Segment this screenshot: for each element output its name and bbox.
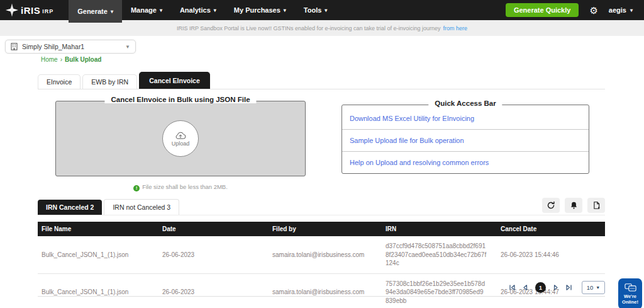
last-page-icon	[565, 284, 572, 291]
menu-item-analytics[interactable]: Analytics ▾	[171, 0, 225, 20]
cell-date: 26-06-2023	[158, 236, 269, 273]
main-menu: Generate ▾ Manage ▾ Analytics ▾ My Purch…	[69, 0, 336, 23]
from-here-link[interactable]: from here	[443, 25, 468, 31]
tab-ewb-by-irn[interactable]: EWB by IRN	[82, 74, 137, 89]
menu-label: Tools	[304, 6, 322, 14]
cell-irn: d37ccf9d478c508751aa8cbbd2f6918f23407cae…	[382, 236, 497, 273]
tab-irn-not-canceled[interactable]: IRN not Canceled 3	[104, 199, 179, 215]
bulk-upload-page: iRIS IRP Generate ▾ Manage ▾ Analytics ▾…	[0, 0, 644, 308]
building-icon	[11, 43, 18, 50]
caret-down-icon: ▼	[596, 285, 600, 290]
caret-down-icon: ▾	[325, 8, 327, 13]
menu-label: My Purchases	[234, 6, 280, 14]
breadcrumb-current: Bulk Upload	[65, 56, 101, 63]
caret-down-icon: ▾	[214, 8, 216, 13]
tab-einvoice[interactable]: EInvoice	[38, 74, 80, 89]
canceled-irn-table: File Name Date Filed by IRN Cancel Date …	[38, 222, 605, 308]
prev-page-icon	[522, 284, 529, 291]
menu-item-manage[interactable]: Manage ▾	[122, 0, 171, 20]
banner-message: IRIS IRP Sandbox Portal is Live now!! GS…	[177, 25, 441, 31]
first-page-button[interactable]	[509, 284, 516, 291]
page-size-select[interactable]: 10 ▼	[582, 281, 605, 294]
refresh-button[interactable]	[542, 198, 560, 213]
upload-dropzone-button[interactable]: Upload	[162, 120, 199, 157]
notifications-bell-button[interactable]	[565, 198, 582, 213]
export-report-button[interactable]	[587, 198, 605, 213]
col-header-cancel-date: Cancel Date	[497, 222, 605, 236]
prev-page-button[interactable]	[522, 284, 529, 291]
link-download-excel-utility[interactable]: Download MS Excel Utility for EInvoicing	[342, 108, 589, 130]
result-tabs: IRN Canceled 2 IRN not Canceled 3	[38, 197, 605, 215]
col-header-filed-by: Filed by	[269, 222, 382, 236]
quick-access-links: Download MS Excel Utility for EInvoicing…	[342, 105, 589, 173]
table-row: Bulk_Cancel_JSON_1_(1).json 26-06-2023 s…	[38, 236, 605, 273]
tab-cancel-einvoice[interactable]: Cancel EInvoice	[139, 72, 210, 89]
iris-irp-logo[interactable]: iRIS IRP	[0, 0, 60, 20]
breadcrumb-home-link[interactable]: Home	[41, 56, 58, 63]
brand-sub-text: IRP	[42, 8, 53, 14]
bulk-cancel-upload-panel: Cancel EInvoice in Bulk using JSON File …	[55, 101, 306, 176]
cloud-upload-icon	[174, 130, 187, 140]
cell-filed-by: samaira.tolani@irisbusiness.com	[269, 273, 382, 308]
quick-access-title: Quick Access Bar	[428, 100, 502, 107]
last-page-button[interactable]	[565, 284, 572, 291]
cell-cancel-date: 26-06-2023 15:44:46	[497, 236, 605, 273]
cell-irn: 757308c1bbf26e1b29e35ee1b578d94e3da0849e…	[382, 273, 497, 308]
caret-down-icon: ▾	[111, 9, 113, 14]
breadcrumb-separator: ›	[60, 56, 62, 63]
navbar-right: Generate Quickly ⚙ aegis ▾	[506, 0, 644, 20]
cell-date: 26-06-2023	[158, 273, 269, 308]
cell-filed-by: samaira.tolani@irisbusiness.com	[269, 236, 382, 273]
menu-label: Generate	[77, 8, 108, 15]
caret-down-icon: ▾	[630, 8, 633, 13]
first-page-icon	[509, 284, 516, 291]
bottom-divider	[38, 296, 605, 297]
breadcrumb: Home › Bulk Upload	[41, 56, 101, 63]
next-page-icon	[552, 284, 559, 291]
chat-bubbles-icon	[625, 283, 636, 292]
settings-gear-icon[interactable]: ⚙	[589, 6, 597, 15]
live-chat-widget[interactable]: We're Online!	[618, 278, 642, 308]
pagination: 1 10 ▼	[509, 281, 605, 294]
export-file-icon	[592, 201, 601, 210]
caret-down-icon: ▼	[125, 44, 130, 50]
current-page-indicator[interactable]: 1	[535, 282, 546, 293]
user-name: aegis	[609, 6, 626, 14]
caret-down-icon: ▾	[160, 8, 162, 13]
file-size-note-text: File size shall be less than 2MB.	[142, 183, 228, 190]
table-header-row: File Name Date Filed by IRN Cancel Date	[38, 222, 605, 236]
upload-panel-title: Cancel EInvoice in Bulk using JSON File	[104, 96, 256, 103]
col-header-irn: IRN	[382, 222, 497, 236]
user-menu[interactable]: aegis ▾	[609, 6, 633, 14]
top-navbar: iRIS IRP Generate ▾ Manage ▾ Analytics ▾…	[0, 0, 644, 20]
caret-down-icon: ▾	[284, 8, 286, 13]
menu-item-my-purchases[interactable]: My Purchases ▾	[225, 0, 295, 20]
tab-irn-canceled[interactable]: IRN Canceled 2	[38, 200, 102, 215]
info-icon: !	[133, 185, 140, 191]
refresh-icon	[547, 201, 555, 210]
menu-label: Manage	[131, 6, 157, 14]
brand-main-text: iRIS	[21, 5, 40, 16]
next-page-button[interactable]	[552, 284, 559, 291]
bell-icon	[570, 201, 578, 210]
company-selector-value: Simply Shilp_Mahar1	[22, 43, 84, 50]
upload-label: Upload	[172, 140, 190, 147]
page-size-value: 10	[587, 284, 594, 291]
menu-item-tools[interactable]: Tools ▾	[295, 0, 336, 20]
page-tabs: EInvoice EWB by IRN Cancel EInvoice	[38, 71, 605, 89]
star-logo-icon	[5, 3, 19, 17]
link-help-on-upload[interactable]: Help on Upload and resolving common erro…	[342, 152, 589, 173]
cell-file-name: Bulk_Cancel_JSON_1_(1).json	[38, 236, 158, 273]
table-tool-buttons	[542, 198, 605, 215]
link-sample-upload-file[interactable]: Sample Upload file for Bulk operation	[342, 130, 589, 152]
chat-status-text: We're Online!	[618, 294, 642, 305]
file-size-note: !File size shall be less than 2MB.	[55, 183, 306, 191]
menu-label: Analytics	[180, 6, 211, 14]
col-header-date: Date	[158, 222, 269, 236]
generate-quickly-button[interactable]: Generate Quickly	[506, 3, 579, 17]
cell-file-name: Bulk_Cancel_JSON_1_(1).json	[38, 273, 158, 308]
menu-item-generate[interactable]: Generate ▾	[69, 0, 122, 23]
company-selector[interactable]: Simply Shilp_Mahar1 ▼	[5, 40, 136, 54]
col-header-file-name: File Name	[38, 222, 158, 236]
quick-access-panel: Quick Access Bar Download MS Excel Utili…	[341, 105, 589, 174]
